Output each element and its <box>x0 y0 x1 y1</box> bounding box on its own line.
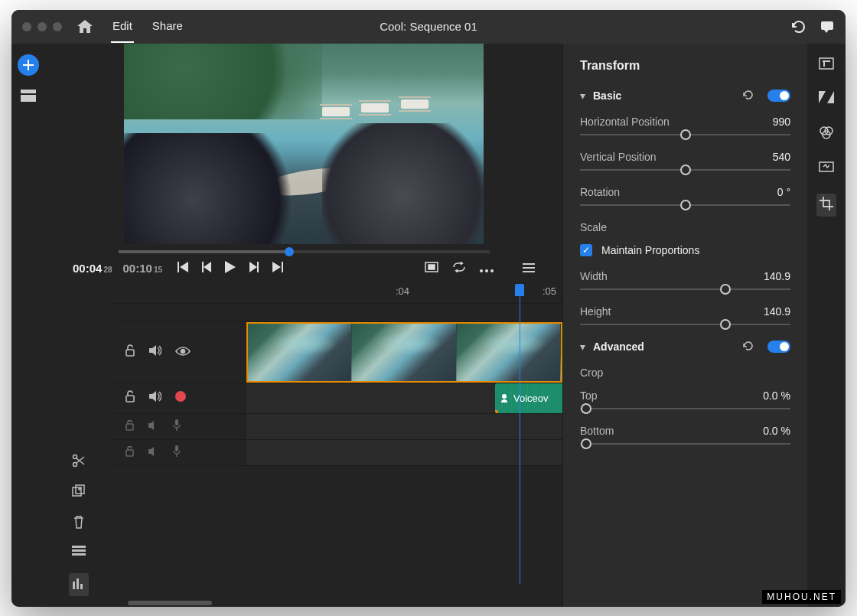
crop-label: Crop <box>580 367 790 379</box>
app-window: Edit Share Cool: Sequence 01 <box>11 10 846 607</box>
ruler-tick: :04 <box>396 285 409 297</box>
lock-icon[interactable] <box>125 445 135 460</box>
chevron-down-icon[interactable]: ▾ <box>580 341 585 353</box>
timeline-tools <box>45 280 112 607</box>
crop-icon[interactable] <box>816 194 836 217</box>
time-ruler[interactable]: :04 :05 <box>112 280 562 303</box>
section-advanced-title[interactable]: Advanced <box>593 341 735 353</box>
add-media-button[interactable] <box>18 54 39 76</box>
go-to-start-icon[interactable] <box>178 262 190 275</box>
undo-icon[interactable] <box>790 20 806 34</box>
advanced-toggle[interactable] <box>767 341 790 353</box>
reset-icon[interactable] <box>743 90 755 102</box>
maintain-proportions-checkbox[interactable]: ✓ <box>580 244 592 256</box>
mute-icon[interactable] <box>149 391 161 405</box>
loop-icon[interactable] <box>452 262 466 275</box>
height-value[interactable]: 140.9 <box>764 305 790 318</box>
svg-rect-28 <box>126 424 133 430</box>
svg-point-12 <box>485 269 488 272</box>
tab-edit[interactable]: Edit <box>111 10 134 43</box>
vpos-value[interactable]: 540 <box>773 151 790 163</box>
timeline-scrollbar[interactable] <box>112 599 562 607</box>
trash-icon[interactable] <box>73 515 85 532</box>
svg-rect-2 <box>23 64 34 66</box>
effects-rail <box>807 44 846 607</box>
hpos-label: Horizontal Position <box>580 116 670 128</box>
title-bar: Edit Share Cool: Sequence 01 <box>11 10 846 44</box>
hpos-slider[interactable] <box>580 134 790 135</box>
scissors-icon[interactable] <box>72 454 86 471</box>
svg-point-11 <box>480 269 483 272</box>
reset-icon[interactable] <box>743 341 755 353</box>
audio-clip[interactable]: Voiceov <box>495 383 562 413</box>
fullscreen-icon[interactable] <box>425 262 438 275</box>
video-clip[interactable] <box>246 322 562 383</box>
chevron-down-icon[interactable]: ▾ <box>580 90 585 102</box>
crop-top-slider[interactable] <box>580 408 790 409</box>
svg-rect-22 <box>77 579 79 589</box>
step-forward-icon[interactable] <box>248 262 259 275</box>
svg-rect-4 <box>21 95 36 102</box>
audio-track-3 <box>112 439 562 465</box>
svg-point-27 <box>502 394 507 399</box>
mic-icon[interactable] <box>173 445 181 460</box>
playhead-handle[interactable] <box>515 284 524 296</box>
project-panel-icon[interactable] <box>21 90 36 105</box>
height-slider[interactable] <box>580 324 790 325</box>
svg-rect-23 <box>80 584 83 589</box>
svg-rect-18 <box>72 546 86 548</box>
height-label: Height <box>580 305 611 318</box>
color-icon[interactable] <box>819 125 834 143</box>
meters-icon[interactable] <box>69 573 89 596</box>
crop-top-label: Top <box>580 389 598 402</box>
preview-scrubber[interactable] <box>119 250 490 253</box>
crop-bottom-value[interactable]: 0.0 % <box>763 425 790 437</box>
rotation-slider[interactable] <box>580 204 790 206</box>
tab-share[interactable]: Share <box>151 10 184 43</box>
svg-rect-26 <box>126 396 134 402</box>
crop-top-value[interactable]: 0.0 % <box>763 389 790 402</box>
comment-icon[interactable] <box>820 20 835 34</box>
play-icon[interactable] <box>225 261 236 275</box>
go-to-end-icon[interactable] <box>271 262 283 275</box>
vpos-slider[interactable] <box>580 169 790 171</box>
svg-point-15 <box>73 462 77 466</box>
mic-icon[interactable] <box>173 419 181 434</box>
svg-point-13 <box>490 269 494 272</box>
lock-icon[interactable] <box>125 390 135 406</box>
more-icon[interactable] <box>480 262 494 275</box>
current-timecode: 00:0428 <box>73 262 112 275</box>
visibility-icon[interactable] <box>175 345 191 359</box>
speed-icon[interactable] <box>819 161 834 175</box>
close-dot[interactable] <box>22 22 31 31</box>
panel-menu-icon[interactable] <box>523 263 535 272</box>
ruler-tick: :05 <box>543 285 556 297</box>
basic-toggle[interactable] <box>767 90 790 102</box>
record-button[interactable] <box>175 391 186 405</box>
lock-icon[interactable] <box>125 344 135 360</box>
rotation-value[interactable]: 0 ° <box>777 186 790 198</box>
video-frame[interactable] <box>124 44 484 244</box>
zoom-dot[interactable] <box>53 22 62 31</box>
hpos-value[interactable]: 990 <box>773 116 790 128</box>
minimize-dot[interactable] <box>37 22 47 31</box>
width-slider[interactable] <box>580 288 790 290</box>
audio-track-1: Voiceov <box>112 383 562 413</box>
section-basic-title[interactable]: Basic <box>593 90 735 102</box>
inspector-title: Transform <box>580 59 790 73</box>
transport-controls: 00:0428 00:1015 <box>67 261 541 275</box>
program-monitor: 00:0428 00:1015 <box>45 44 562 280</box>
mute-icon[interactable] <box>148 419 159 433</box>
lock-icon[interactable] <box>125 419 135 434</box>
home-icon[interactable] <box>77 20 93 34</box>
duration-timecode: 00:1015 <box>123 262 163 275</box>
mute-icon[interactable] <box>149 345 161 359</box>
duplicate-icon[interactable] <box>72 484 86 501</box>
titles-icon[interactable] <box>819 57 834 73</box>
transitions-icon[interactable] <box>819 91 834 106</box>
step-back-icon[interactable] <box>202 262 213 275</box>
tracks-icon[interactable] <box>72 546 86 559</box>
mute-icon[interactable] <box>148 445 159 459</box>
crop-bottom-slider[interactable] <box>580 443 790 445</box>
width-value[interactable]: 140.9 <box>764 270 790 282</box>
